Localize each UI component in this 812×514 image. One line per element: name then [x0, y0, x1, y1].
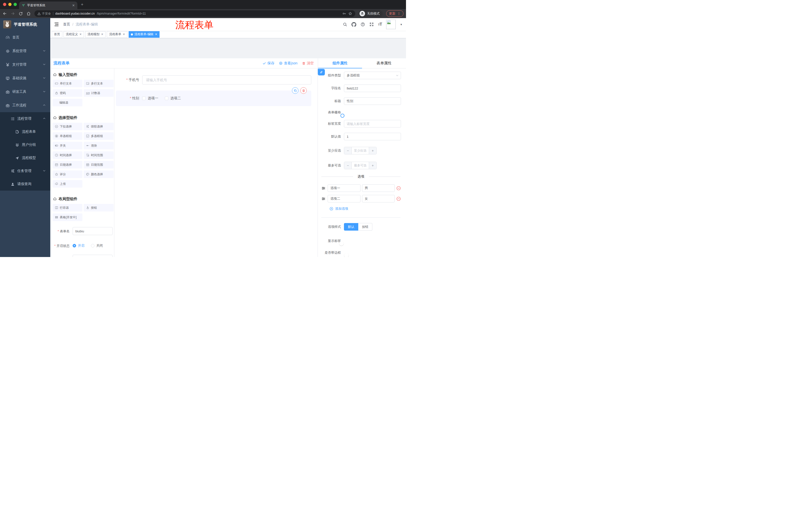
sidebar-item-user-group[interactable]: 用户分组: [0, 138, 50, 152]
tag-process-form-edit[interactable]: 流程表单-编辑✕: [128, 31, 160, 38]
minimize-window-button[interactable]: [8, 3, 11, 6]
tag-close-icon[interactable]: ✕: [155, 33, 157, 36]
option-drag-handle-icon[interactable]: [321, 186, 326, 190]
maximize-window-button[interactable]: [13, 3, 17, 6]
reload-icon[interactable]: [19, 11, 23, 16]
min-select-value[interactable]: 至少应选: [352, 147, 369, 154]
component-button[interactable]: 按钮: [84, 204, 114, 212]
save-button[interactable]: 保存: [263, 61, 274, 65]
component-upload[interactable]: 上传: [53, 180, 82, 188]
option-1-value-input[interactable]: [362, 184, 395, 192]
status-on-radio[interactable]: 开启: [72, 243, 84, 248]
component-checkbox-group[interactable]: 多选框组: [84, 132, 114, 140]
component-cascader[interactable]: 级联选择: [84, 123, 114, 130]
stepper-decrease-button[interactable]: −: [344, 162, 352, 169]
sidebar-item-system[interactable]: 系统管理: [0, 44, 50, 58]
component-multi-line-text[interactable]: 多行文本: [84, 80, 114, 87]
tag-process-definition[interactable]: 流程定义✕: [63, 31, 84, 38]
form-remark-textarea[interactable]: 嘿嘿: [72, 255, 113, 257]
style-default-button[interactable]: 默认: [344, 223, 358, 231]
tag-close-icon[interactable]: ✕: [123, 33, 125, 36]
breadcrumb-home[interactable]: 首页: [63, 22, 70, 27]
form-canvas[interactable]: 手机号 性别 选项一: [114, 69, 318, 257]
component-row-container[interactable]: 行容器: [53, 204, 82, 212]
component-time-picker[interactable]: 时间选择: [53, 152, 82, 159]
sidebar-item-dev-tools[interactable]: 研发工具: [0, 85, 50, 99]
component-select[interactable]: 下拉选择: [53, 123, 82, 130]
max-select-value[interactable]: 最多可选: [352, 162, 369, 169]
clear-button[interactable]: 清空: [302, 61, 314, 65]
component-type-select[interactable]: 多选框组: [344, 72, 401, 79]
link-icon-tab[interactable]: [318, 69, 325, 76]
bookmark-star-icon[interactable]: [348, 11, 352, 16]
sidebar-item-process-form[interactable]: 流程表单: [0, 125, 50, 138]
field-name-input[interactable]: [344, 84, 401, 92]
password-key-icon[interactable]: [342, 11, 346, 16]
duplicate-widget-button[interactable]: [292, 87, 298, 94]
search-icon[interactable]: [343, 22, 347, 27]
status-off-radio[interactable]: 关闭: [91, 243, 103, 248]
option-2-value-input[interactable]: [362, 195, 395, 202]
tag-close-icon[interactable]: ✕: [101, 33, 103, 36]
help-icon[interactable]: [360, 22, 365, 27]
sidebar-item-workflow[interactable]: 工作流程: [0, 99, 50, 112]
back-icon[interactable]: [2, 11, 7, 16]
sidebar-item-leave-query[interactable]: 请假查询: [0, 178, 50, 191]
option-2-label-input[interactable]: [328, 195, 360, 202]
component-editor[interactable]: 编辑器: [53, 99, 82, 106]
component-counter[interactable]: 123 计数器: [84, 89, 114, 97]
component-radio-group[interactable]: 单选框组: [53, 132, 82, 140]
phone-input[interactable]: [142, 76, 311, 84]
delete-widget-button[interactable]: [300, 87, 307, 94]
checkbox-icon[interactable]: [165, 97, 168, 100]
tag-process-model[interactable]: 流程模型✕: [85, 31, 106, 38]
close-window-button[interactable]: [3, 3, 6, 6]
security-warning[interactable]: 不安全: [37, 11, 51, 16]
browser-update-button[interactable]: 更新: [386, 10, 404, 17]
canvas-gender-field-selected[interactable]: 性别 选项一 选项二: [116, 90, 311, 106]
tab-close-icon[interactable]: ✕: [72, 3, 75, 7]
gender-option-2[interactable]: 选项二: [165, 96, 181, 101]
component-color-picker[interactable]: 颜色选择: [84, 170, 114, 178]
component-date-picker[interactable]: 日期选择: [53, 161, 82, 168]
github-icon[interactable]: [351, 22, 356, 27]
sidebar-item-payment[interactable]: 支付管理: [0, 58, 50, 72]
tag-process-form[interactable]: 流程表单✕: [107, 31, 127, 38]
forward-icon[interactable]: [10, 11, 15, 16]
component-password[interactable]: 密码: [53, 89, 82, 97]
url-bar[interactable]: 不安全 dashboard.yudao.iocoder.cn /bpm/mana…: [34, 10, 355, 17]
browser-tab[interactable]: 芋道管理系统 ✕: [19, 1, 77, 9]
gender-option-1[interactable]: 选项一: [142, 96, 158, 101]
component-single-line-text[interactable]: 单行文本: [53, 80, 82, 87]
font-size-icon[interactable]: TT: [378, 22, 382, 27]
tag-close-icon[interactable]: ✕: [79, 33, 82, 36]
avatar[interactable]: [386, 20, 396, 29]
tab-form-props[interactable]: 表单属性: [362, 58, 406, 69]
avatar-caret-icon[interactable]: ▼: [400, 23, 403, 26]
tag-home[interactable]: 首页: [52, 31, 62, 38]
component-slider[interactable]: 滑块: [84, 142, 114, 150]
app-logo-row[interactable]: 芋道管理系统: [0, 18, 50, 31]
browser-menu-dots-icon[interactable]: [397, 12, 401, 15]
view-json-button[interactable]: 查看json: [279, 61, 297, 65]
label-width-input[interactable]: [344, 120, 401, 128]
sidebar-item-process-model[interactable]: 流程模型: [0, 152, 50, 164]
option-1-label-input[interactable]: [328, 184, 360, 192]
remove-option-button[interactable]: [396, 186, 401, 191]
style-button-button[interactable]: 按钮: [358, 223, 372, 231]
default-value-input[interactable]: [344, 133, 401, 140]
component-rate[interactable]: 评分: [53, 170, 82, 178]
stepper-increase-button[interactable]: +: [369, 162, 376, 169]
checkbox-icon[interactable]: [142, 97, 146, 100]
remove-option-button[interactable]: [396, 196, 401, 201]
component-table-dev[interactable]: 表格[开发中]: [53, 214, 82, 221]
sidebar-collapse-icon[interactable]: [54, 22, 59, 27]
option-drag-handle-icon[interactable]: [321, 197, 326, 201]
stepper-decrease-button[interactable]: −: [344, 147, 352, 154]
canvas-phone-field[interactable]: 手机号: [116, 76, 311, 84]
fullscreen-icon[interactable]: [369, 22, 374, 27]
component-date-range[interactable]: 日期范围: [84, 161, 114, 168]
component-switch[interactable]: 开关: [53, 142, 82, 150]
slider-handle[interactable]: [341, 114, 344, 118]
stepper-increase-button[interactable]: +: [369, 147, 376, 154]
